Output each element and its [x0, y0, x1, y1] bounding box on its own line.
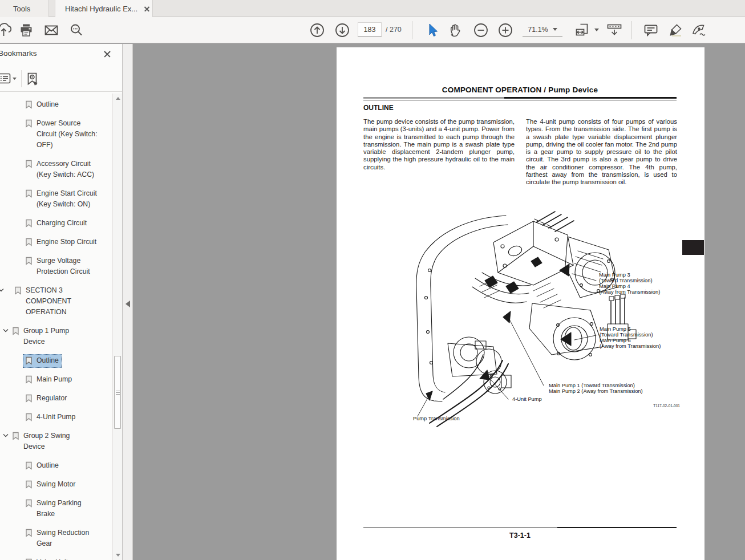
bookmark-section-3[interactable]: SECTION 3 COMPONENT OPERATION: [0, 284, 110, 319]
close-icon[interactable]: [103, 50, 112, 59]
pump-device-diagram: [362, 211, 681, 428]
collapse-panel-icon[interactable]: [125, 301, 130, 307]
workspace: Bookmarks: [0, 44, 745, 560]
bookmark-icon: [25, 160, 33, 168]
chevron-down-icon[interactable]: [2, 327, 10, 334]
bookmark-valve-unit[interactable]: Valve Unit: [0, 556, 110, 560]
page-scrolling-icon[interactable]: [606, 23, 621, 38]
bookmark-label: Power Source Circuit (Key Switch: OFF): [37, 118, 98, 151]
scroll-up-icon[interactable]: [116, 97, 120, 100]
scrollbar-thumb[interactable]: [114, 356, 121, 429]
bookmark-options-icon[interactable]: [0, 72, 17, 88]
bookmark-icon: [14, 286, 22, 295]
bookmark-icon: [25, 189, 33, 198]
header-rule-thick: [363, 97, 677, 99]
bookmark-engine-stop-circuit[interactable]: Engine Stop Circuit: [0, 236, 110, 249]
email-icon[interactable]: [44, 23, 59, 38]
goto-current-bookmark-icon[interactable]: [26, 72, 39, 90]
bookmark-icon: [25, 238, 33, 246]
bookmark-icon: [12, 327, 19, 335]
bookmark-charging-circuit[interactable]: Charging Circuit: [0, 217, 110, 230]
chevron-down-icon[interactable]: [594, 29, 599, 31]
chevron-down-icon: [553, 28, 557, 31]
bookmark-accessory-circuit[interactable]: Accessory Circuit (Key Switch: ACC): [0, 157, 110, 182]
chevron-down-icon[interactable]: [2, 432, 10, 439]
bookmark-label: Main Pump: [37, 374, 72, 385]
search-icon[interactable]: [69, 23, 84, 38]
bookmark-outline-selected[interactable]: Outline: [0, 354, 110, 368]
zoom-in-icon[interactable]: [498, 23, 513, 38]
close-icon[interactable]: [143, 5, 151, 13]
bookmark-main-pump[interactable]: Main Pump: [0, 373, 110, 387]
bookmark-group-1-pump-device[interactable]: Group 1 Pump Device: [0, 324, 110, 349]
footer-page-number: T3-1-1: [363, 531, 677, 539]
highlighter-icon[interactable]: [669, 23, 683, 38]
bookmark-label: Group 2 Swing Device: [23, 431, 70, 452]
bookmark-group-2-swing-device[interactable]: Group 2 Swing Device: [0, 429, 110, 454]
figure-code: T117-02-01-001: [629, 404, 680, 408]
bookmark-swing-parking-brake[interactable]: Swing Parking Brake: [0, 497, 110, 521]
label-main-pump-5-6: Main Pump 5 (Toward Transmission) Main P…: [600, 327, 661, 350]
bookmark-label: Surge Voltage Protection Circuit: [37, 255, 90, 277]
bookmark-label: Charging Circuit: [37, 218, 87, 229]
bookmark-icon: [25, 119, 33, 128]
bookmark-icon: [25, 219, 33, 228]
bookmark-icon: [25, 257, 33, 265]
sidebar-scrollbar[interactable]: [112, 94, 122, 560]
print-icon[interactable]: [19, 23, 34, 38]
document-canvas[interactable]: COMPONENT OPERATION / Pump Device OUTLIN…: [133, 44, 745, 560]
bookmark-icon: [25, 499, 33, 508]
bookmark-swing-reduction-gear[interactable]: Swing Reduction Gear: [0, 526, 110, 551]
bookmarks-panel-header: Bookmarks: [0, 44, 122, 64]
bookmark-regulator[interactable]: Regulator: [0, 392, 110, 405]
panel-toolbar-separator: [21, 70, 22, 87]
bookmark-swing-motor[interactable]: Swing Motor: [0, 478, 110, 492]
next-page-icon[interactable]: [335, 23, 350, 38]
bookmark-label: Outline: [37, 99, 59, 110]
bookmarks-panel-title: Bookmarks: [0, 49, 37, 58]
tab-tools[interactable]: Tools: [0, 0, 49, 17]
pdf-page[interactable]: COMPONENT OPERATION / Pump Device OUTLIN…: [337, 47, 704, 560]
header-rule-thin: [363, 100, 677, 100]
bookmark-label: Swing Motor: [37, 479, 75, 490]
bookmark-4-unit-pump[interactable]: 4-Unit Pump: [0, 411, 110, 424]
scrollbar-grip: [116, 391, 120, 396]
bookmarks-panel-toolbar: [0, 69, 122, 92]
bookmark-label: Valve Unit: [37, 557, 68, 560]
bookmark-icon: [25, 480, 33, 489]
bookmark-outline-s2[interactable]: Outline: [0, 98, 110, 112]
tab-document[interactable]: Hitachi Hydraulic Ex...: [55, 0, 153, 18]
bookmark-label: SECTION 3 COMPONENT OPERATION: [26, 285, 71, 318]
bookmark-outline-g2[interactable]: Outline: [0, 459, 110, 473]
bookmark-label: Swing Parking Brake: [37, 498, 82, 520]
panel-divider[interactable]: [123, 44, 133, 560]
previous-page-icon[interactable]: [310, 23, 325, 38]
comment-icon[interactable]: [643, 23, 658, 38]
tab-document-label: Hitachi Hydraulic Ex...: [65, 5, 137, 13]
tab-tools-label: Tools: [13, 5, 30, 13]
fill-sign-icon[interactable]: [691, 23, 706, 38]
label-main-pump-1-2: Main Pump 1 (Toward Transmission) Main P…: [549, 383, 643, 395]
bookmark-power-source-circuit[interactable]: Power Source Circuit (Key Switch: OFF): [0, 117, 110, 152]
scroll-down-icon[interactable]: [116, 554, 120, 557]
share-cloud-icon[interactable]: [0, 23, 11, 38]
toolbar-separator: [412, 21, 412, 39]
bookmarks-panel: Bookmarks: [0, 44, 123, 560]
zoom-out-icon[interactable]: [473, 23, 488, 38]
zoom-level-dropdown[interactable]: 71.1%: [523, 22, 562, 37]
bookmark-engine-start-circuit[interactable]: Engine Start Circuit (Key Switch: ON): [0, 187, 110, 212]
bookmark-icon: [12, 432, 19, 440]
bookmark-icon: [25, 529, 33, 537]
bookmarks-list: Outline Power Source Circuit (Key Switch…: [0, 92, 112, 560]
bookmark-icon: [25, 356, 33, 365]
body-text-column-2: The 4-unit pump consists of four pumps o…: [526, 118, 677, 186]
bookmark-label: 4-Unit Pump: [37, 412, 75, 423]
bookmark-label: Accessory Circuit (Key Switch: ACC): [37, 159, 94, 180]
page-number-input[interactable]: [358, 22, 382, 37]
bookmark-surge-voltage-protection[interactable]: Surge Voltage Protection Circuit: [0, 254, 110, 279]
bookmark-icon: [25, 461, 33, 470]
select-tool-icon[interactable]: [425, 23, 440, 38]
chevron-down-icon[interactable]: [0, 287, 5, 293]
fit-width-icon[interactable]: [575, 23, 590, 38]
hand-tool-icon[interactable]: [448, 23, 463, 38]
